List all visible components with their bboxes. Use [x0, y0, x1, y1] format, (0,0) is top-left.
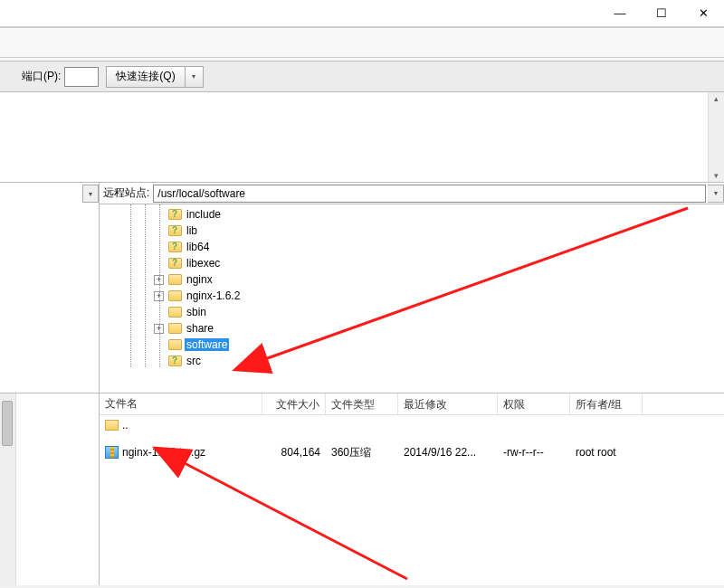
col-name[interactable]: 文件名 [100, 394, 262, 414]
file-panes: 文件名 文件大小 文件类型 最近修改 权限 所有者/组 .. nginx-1.6… [0, 393, 724, 585]
local-filelist-stub [0, 394, 100, 585]
file-name: nginx-1.6.2.tar.gz [122, 446, 205, 459]
port-label: 端口(P): [22, 69, 61, 84]
local-tree-stub: ▾ [0, 183, 100, 393]
local-path-dropdown[interactable]: ▾ [82, 185, 99, 203]
remote-tree[interactable]: includeliblib64libexec+nginx+nginx-1.6.2… [100, 204, 724, 393]
tree-item[interactable]: libexec [100, 255, 724, 271]
folder-icon [168, 307, 182, 318]
folder-icon [168, 290, 182, 301]
chevron-down-icon: ▾ [192, 72, 195, 81]
scrollbar-thumb[interactable] [2, 401, 13, 446]
remote-site-label: 远程站点: [100, 185, 153, 201]
tree-guide [145, 204, 146, 367]
tree-item[interactable]: lib [100, 223, 724, 239]
file-size: 804,164 [262, 446, 326, 459]
file-owner: root root [570, 446, 643, 459]
folder-icon [168, 323, 182, 334]
tree-item-label: software [185, 338, 229, 351]
chevron-down-icon: ▾ [714, 189, 718, 197]
tree-item-label: sbin [185, 306, 208, 318]
remote-path-row: 远程站点: ▾ [100, 183, 724, 204]
folder-icon [168, 225, 182, 236]
folder-icon [105, 420, 119, 431]
col-perms[interactable]: 权限 [498, 394, 570, 414]
tree-item-label: share [185, 322, 215, 335]
scroll-down-icon: ▾ [714, 171, 719, 180]
local-list-scrollbar[interactable] [0, 394, 16, 585]
quick-connect-dropdown[interactable]: ▾ [186, 66, 204, 88]
file-row-up[interactable]: .. [100, 415, 724, 435]
window-titlebar: — ☐ ✕ [0, 0, 724, 27]
tree-item[interactable]: sbin [100, 304, 724, 320]
tree-item[interactable]: +nginx [100, 271, 724, 288]
tree-item-label: lib64 [185, 241, 211, 253]
remote-path-input[interactable] [153, 185, 706, 203]
tree-guide [130, 204, 131, 367]
quick-connect-button[interactable]: 快速连接(Q) [106, 66, 185, 88]
tree-item[interactable]: +share [100, 320, 724, 337]
col-size[interactable]: 文件大小 [262, 394, 326, 414]
minimize-button[interactable]: — [599, 0, 641, 27]
col-owner[interactable]: 所有者/组 [570, 394, 643, 414]
folder-icon [168, 339, 182, 350]
tree-item-label: nginx-1.6.2 [185, 289, 242, 302]
folder-icon [168, 356, 182, 366]
tree-item-label: nginx [185, 273, 214, 286]
col-type[interactable]: 文件类型 [326, 394, 398, 414]
remote-path-dropdown[interactable]: ▾ [708, 185, 724, 203]
directory-panes: ▾ 远程站点: ▾ includeliblib64libexec+nginx+n… [0, 183, 724, 393]
col-modified[interactable]: 最近修改 [398, 394, 498, 414]
tree-item-label: include [185, 208, 223, 221]
folder-icon [168, 274, 182, 285]
file-header-row: 文件名 文件大小 文件类型 最近修改 权限 所有者/组 [100, 394, 724, 415]
remote-filelist: 文件名 文件大小 文件类型 最近修改 权限 所有者/组 .. nginx-1.6… [100, 394, 724, 585]
folder-icon [168, 242, 182, 252]
port-input[interactable] [64, 67, 99, 87]
tree-item-label: lib [185, 224, 199, 237]
tree-item[interactable]: lib64 [100, 239, 724, 255]
file-name: .. [122, 419, 129, 432]
maximize-button[interactable]: ☐ [641, 0, 682, 27]
tree-item[interactable]: +nginx-1.6.2 [100, 288, 724, 304]
tree-item[interactable]: software [100, 337, 724, 353]
scroll-up-icon: ▴ [714, 94, 719, 103]
tree-item-label: src [185, 355, 203, 367]
log-pane: ▴ ▾ [0, 92, 724, 183]
toolbar-stripe [0, 27, 724, 58]
log-scrollbar[interactable]: ▴ ▾ [708, 92, 724, 182]
connect-bar: 端口(P): 快速连接(Q) ▾ [0, 62, 724, 92]
file-type: 360压缩 [326, 445, 398, 460]
remote-pane: 远程站点: ▾ includeliblib64libexec+nginx+ngi… [100, 183, 724, 393]
chevron-down-icon: ▾ [89, 190, 92, 198]
tree-item[interactable]: include [100, 206, 724, 223]
file-row[interactable]: nginx-1.6.2.tar.gz 804,164 360压缩 2014/9/… [100, 442, 724, 462]
file-perm: -rw-r--r-- [498, 446, 570, 459]
tree-item-label: libexec [185, 257, 222, 270]
close-button[interactable]: ✕ [682, 0, 724, 27]
folder-icon [168, 209, 182, 220]
file-modified: 2014/9/16 22... [398, 446, 498, 459]
tree-item[interactable]: src [100, 353, 724, 369]
archive-icon [105, 446, 119, 459]
folder-icon [168, 258, 182, 269]
tree-guide [159, 204, 160, 367]
